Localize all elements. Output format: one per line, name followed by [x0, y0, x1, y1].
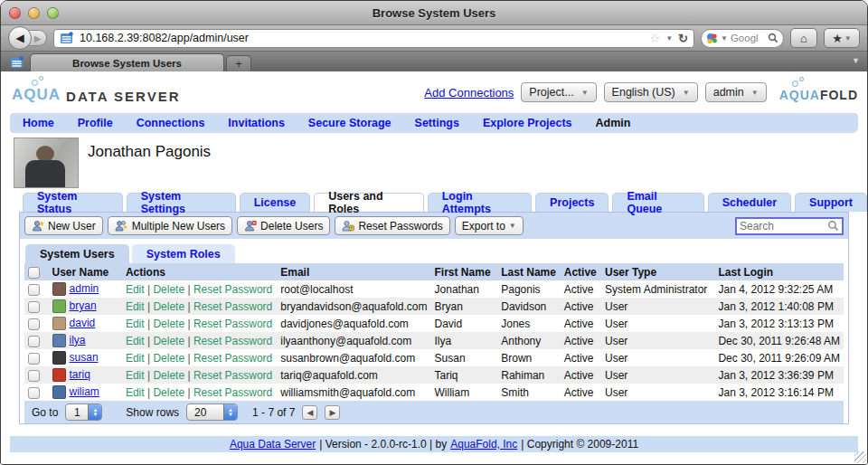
edit-link[interactable]: Edit	[126, 335, 145, 347]
delete-link[interactable]: Delete	[153, 369, 184, 382]
browser-tab[interactable]: Browse System Users	[30, 53, 224, 71]
new-tab-button[interactable]: +	[226, 55, 251, 71]
search-icon[interactable]	[827, 220, 839, 232]
col-user-name[interactable]: User Name	[49, 263, 122, 280]
user-name-link[interactable]: bryan	[70, 299, 97, 312]
col-actions: Actions	[122, 263, 277, 280]
reset-password-link[interactable]: Reset Password	[193, 352, 272, 365]
nav-item-invitations[interactable]: Invitations	[228, 117, 285, 129]
new-user-button[interactable]: New User	[24, 216, 103, 235]
delete-link[interactable]: Delete	[153, 352, 184, 365]
reset-password-link[interactable]: Reset Password	[193, 369, 272, 382]
tab-list-dropdown-icon[interactable]: ▼	[852, 56, 860, 65]
col-last-login[interactable]: Last Login	[714, 263, 844, 280]
nav-item-admin[interactable]: Admin	[596, 117, 631, 129]
nav-item-settings[interactable]: Settings	[415, 117, 459, 129]
col-first-name[interactable]: First Name	[431, 263, 498, 280]
user-name-link[interactable]: wiliam	[70, 385, 99, 398]
row-checkbox[interactable]	[28, 318, 40, 330]
tab-users-and-roles[interactable]: Users and Roles	[314, 193, 424, 212]
reset-password-link[interactable]: Reset Password	[193, 386, 272, 399]
home-button[interactable]: ⌂	[790, 28, 817, 48]
reset-password-link[interactable]: Reset Password	[193, 300, 272, 313]
row-checkbox[interactable]	[28, 370, 40, 382]
reset-password-link[interactable]: Reset Password	[193, 335, 272, 347]
language-dropdown[interactable]: English (US)▼	[604, 82, 698, 102]
edit-link[interactable]: Edit	[126, 352, 145, 365]
aqua-data-server-link[interactable]: Aqua Data Server	[230, 438, 316, 451]
nav-item-explore-projects[interactable]: Explore Projects	[483, 117, 572, 129]
edit-link[interactable]: Edit	[126, 283, 145, 296]
row-checkbox[interactable]	[28, 301, 40, 313]
url-bar[interactable]: 10.168.2.39:8082/app/admin/user ☆ ▼ ↻	[53, 29, 694, 48]
bookmarks-button[interactable]: ★▼	[824, 28, 860, 48]
tab-license[interactable]: License	[240, 193, 311, 212]
project-dropdown[interactable]: Project...▼	[521, 82, 596, 102]
google-search-box[interactable]: ▼ Googl	[701, 29, 784, 48]
bookmarks-star-icon: ★	[832, 32, 843, 45]
delete-link[interactable]: Delete	[153, 283, 184, 296]
search-go-icon[interactable]	[768, 33, 778, 43]
user-name-link[interactable]: david	[70, 317, 96, 329]
delete-link[interactable]: Delete	[153, 335, 184, 347]
subtab-system-roles[interactable]: System Roles	[132, 244, 235, 263]
back-button[interactable]: ◀	[8, 26, 32, 50]
url-dropdown-icon[interactable]: ▼	[665, 34, 673, 43]
edit-link[interactable]: Edit	[126, 300, 145, 313]
user-menu-dropdown[interactable]: admin▼	[705, 82, 767, 102]
nav-item-home[interactable]: Home	[23, 117, 54, 129]
nav-item-connections[interactable]: Connections	[137, 117, 205, 129]
delete-link[interactable]: Delete	[153, 300, 184, 313]
user-name-link[interactable]: susan	[70, 351, 99, 364]
show-rows-select[interactable]: 20▲▼	[186, 403, 238, 421]
goto-page-select[interactable]: 1▲▼	[65, 403, 102, 421]
search-input[interactable]	[740, 220, 827, 232]
reload-icon[interactable]: ↻	[678, 32, 688, 45]
reset-password-link[interactable]: Reset Password	[193, 318, 272, 330]
col-active[interactable]: Active	[561, 263, 601, 280]
row-checkbox[interactable]	[28, 336, 40, 347]
nav-item-secure-storage[interactable]: Secure Storage	[308, 117, 392, 129]
bookmark-star-icon[interactable]: ☆	[650, 33, 661, 44]
delete-users-button[interactable]: Delete Users	[237, 216, 330, 235]
multiple-new-users-button[interactable]: Multiple New Users	[108, 216, 232, 235]
google-search-input[interactable]: Googl	[731, 33, 765, 43]
forward-button[interactable]: ▶	[29, 30, 47, 46]
previous-page-button[interactable]: ◀	[302, 405, 317, 420]
col-user-type[interactable]: User Type	[601, 263, 714, 280]
row-checkbox[interactable]	[28, 387, 40, 399]
export-to-dropdown[interactable]: Export to▼	[455, 216, 524, 235]
reset-password-link[interactable]: Reset Password	[193, 283, 272, 296]
col-email[interactable]: Email	[277, 263, 430, 280]
aquafold-link[interactable]: AquaFold, Inc	[450, 438, 517, 451]
user-name-link[interactable]: admin	[70, 282, 99, 295]
tab-system-status[interactable]: System Status	[23, 193, 123, 212]
tab-system-settings[interactable]: System Settings	[127, 193, 236, 212]
subtab-system-users[interactable]: System Users	[25, 244, 129, 263]
tab-support[interactable]: Support	[795, 193, 867, 212]
reset-passwords-button[interactable]: Reset Passwords	[335, 216, 449, 235]
edit-link[interactable]: Edit	[126, 369, 145, 382]
user-name-link[interactable]: ilya	[70, 334, 86, 346]
delete-link[interactable]: Delete	[153, 318, 184, 330]
add-connections-link[interactable]: Add Connections	[424, 86, 514, 100]
row-checkbox[interactable]	[28, 284, 40, 296]
url-text[interactable]: 10.168.2.39:8082/app/admin/user	[80, 32, 645, 44]
tab-scheduler[interactable]: Scheduler	[708, 193, 791, 212]
window-resize-grip[interactable]	[854, 451, 866, 463]
edit-link[interactable]: Edit	[126, 386, 145, 399]
delete-link[interactable]: Delete	[153, 386, 184, 399]
tab-projects[interactable]: Projects	[535, 193, 609, 212]
next-page-button[interactable]: ▶	[325, 405, 340, 420]
select-all-checkbox[interactable]	[28, 267, 40, 279]
site-identity-icon[interactable]	[60, 32, 74, 44]
col-last-name[interactable]: Last Name	[497, 263, 561, 280]
user-name-link[interactable]: tariq	[70, 368, 90, 381]
tab-email-queue[interactable]: Email Queue	[612, 193, 703, 212]
nav-item-profile[interactable]: Profile	[78, 117, 113, 129]
edit-link[interactable]: Edit	[126, 318, 145, 330]
google-logo-icon[interactable]	[706, 33, 718, 44]
tab-login-attempts[interactable]: Login Attempts	[428, 193, 532, 212]
search-engine-dropdown-icon[interactable]: ▼	[721, 34, 728, 43]
row-checkbox[interactable]	[28, 353, 40, 365]
